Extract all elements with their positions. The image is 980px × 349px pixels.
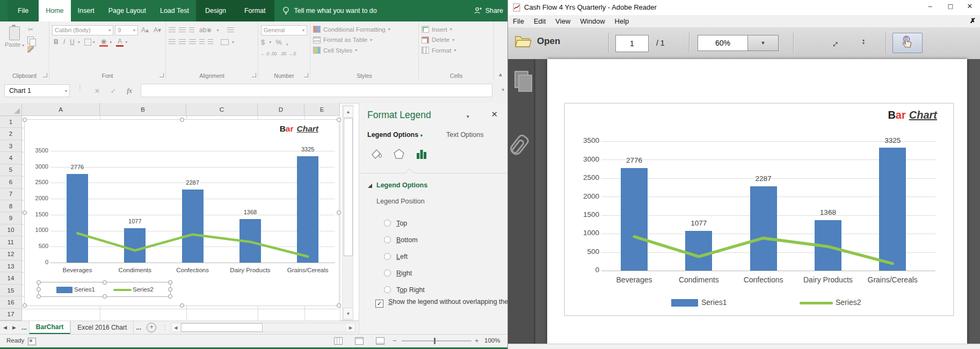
zoom-slider[interactable] xyxy=(402,340,471,341)
tab-legend-options[interactable]: Legend Options ▾ xyxy=(367,131,423,139)
wrap-text-icon[interactable] xyxy=(227,27,234,33)
radio-circle-icon[interactable] xyxy=(384,270,391,277)
column-header[interactable]: C xyxy=(186,103,258,116)
vertical-scroll-thumb[interactable] xyxy=(344,118,353,256)
formula-input[interactable] xyxy=(141,84,492,97)
row-header[interactable]: 1 xyxy=(0,116,22,128)
cut-icon[interactable]: ✂ xyxy=(26,26,35,34)
radio-circle-icon[interactable] xyxy=(384,253,391,260)
scroll-right-icon[interactable]: ▶ xyxy=(346,323,355,332)
row-header[interactable]: 17 xyxy=(0,309,22,321)
ribbon-tab[interactable]: Load Test xyxy=(153,0,196,21)
format-cells-button[interactable]: Format▾ xyxy=(422,45,491,56)
attachments-paperclip-icon[interactable] xyxy=(508,133,531,157)
clipboard-dialog-launcher[interactable] xyxy=(43,73,47,77)
menu-item[interactable]: Edit xyxy=(529,17,550,25)
merge-center-icon[interactable] xyxy=(221,39,229,45)
hand-tool-button[interactable] xyxy=(892,33,923,53)
sheet-horizontal-scrollbar[interactable]: ◀ ▶ xyxy=(171,323,355,332)
percent-style-icon[interactable]: % xyxy=(275,38,282,46)
radio-circle-icon[interactable] xyxy=(384,236,391,243)
section-expand-icon[interactable] xyxy=(368,184,372,188)
selection-handle[interactable] xyxy=(103,280,107,285)
ribbon-tab[interactable]: Page Layout xyxy=(101,0,153,21)
menu-item[interactable]: File xyxy=(508,17,529,25)
collapse-ribbon-icon[interactable]: ▲ xyxy=(498,71,503,77)
legend-position-radio[interactable]: Bottom xyxy=(384,231,425,248)
alignment-dialog-launcher[interactable] xyxy=(252,73,256,77)
align-right-icon[interactable] xyxy=(189,39,196,45)
format-as-table-button[interactable]: Format as Table▾ xyxy=(313,35,416,46)
ribbon-tab[interactable]: Home xyxy=(39,0,70,21)
number-format-select[interactable]: General▾ xyxy=(261,25,307,35)
zoom-slider-thumb[interactable] xyxy=(434,338,435,344)
sheet-tab[interactable]: Excel 2016 Chart xyxy=(70,321,134,334)
page-number-input[interactable]: 1 xyxy=(615,35,649,52)
borders-icon[interactable] xyxy=(84,39,91,46)
toolbar-more-icon[interactable]: ▾▾ xyxy=(859,39,868,45)
macro-record-icon[interactable] xyxy=(28,338,36,345)
ribbon-tab[interactable]: Design xyxy=(196,0,235,21)
minimize-icon[interactable]: – xyxy=(922,2,938,10)
decrease-indent-icon[interactable] xyxy=(199,39,205,45)
font-size-select[interactable]: 9▾ xyxy=(115,25,138,35)
number-dialog-launcher[interactable] xyxy=(304,73,308,77)
zoom-percent-label[interactable]: 100% xyxy=(484,337,500,344)
scroll-left-icon[interactable]: ◀ xyxy=(171,323,180,332)
sheet-tab[interactable]: BarChart xyxy=(29,321,70,334)
menu-item[interactable]: Window xyxy=(575,17,609,25)
reader-bottom-scrollbar[interactable] xyxy=(508,344,980,349)
pdf-page[interactable]: BarChart Series1 Series2 350030002500200… xyxy=(547,59,967,344)
row-header[interactable]: 4 xyxy=(0,152,22,164)
cell-styles-button[interactable]: Cell Styles▾ xyxy=(313,45,416,56)
legend-options-icon[interactable] xyxy=(414,146,429,162)
underline-button[interactable]: U xyxy=(68,38,76,46)
effects-icon[interactable] xyxy=(391,146,406,162)
delete-cells-button[interactable]: Delete▾ xyxy=(422,35,491,46)
chart-legend-selected[interactable]: Series1 Series2 xyxy=(38,282,171,297)
selection-handle[interactable] xyxy=(37,287,41,292)
radio-circle-icon[interactable] xyxy=(384,286,391,293)
selection-handle[interactable] xyxy=(37,280,41,285)
open-button[interactable]: Open xyxy=(514,34,560,48)
share-button[interactable]: Share xyxy=(474,0,503,21)
new-sheet-icon[interactable]: + xyxy=(147,323,156,332)
ribbon-tab[interactable]: Insert xyxy=(71,0,101,21)
conditional-formatting-button[interactable]: Conditional Formatting▾ xyxy=(313,24,416,35)
orientation-icon[interactable]: ab⋇ xyxy=(198,26,213,34)
ribbon-tab[interactable]: Format xyxy=(235,0,275,21)
page-thumbnails-icon[interactable] xyxy=(514,71,528,88)
page-break-view-icon[interactable] xyxy=(376,337,384,345)
fill-line-icon[interactable] xyxy=(369,146,384,162)
legend-position-radio[interactable]: Top Right xyxy=(384,281,425,298)
menu-item[interactable]: Help xyxy=(610,17,634,25)
select-all-corner[interactable] xyxy=(0,103,22,116)
chart-title[interactable]: BarChart xyxy=(280,124,318,134)
horizontal-scroll-thumb[interactable] xyxy=(181,323,263,332)
selection-handle[interactable] xyxy=(23,118,27,122)
align-middle-icon[interactable] xyxy=(179,27,186,33)
row-header[interactable]: 15 xyxy=(0,285,22,296)
panel-dropdown-icon[interactable]: ▾ xyxy=(467,114,469,119)
selection-handle[interactable] xyxy=(103,294,107,299)
insert-cells-button[interactable]: Insert▾ xyxy=(422,24,491,35)
increase-decimal-icon[interactable]: ←.0 .00 xyxy=(261,52,277,56)
column-header[interactable]: B xyxy=(100,103,186,116)
normal-view-icon[interactable] xyxy=(334,337,343,345)
align-bottom-icon[interactable] xyxy=(189,27,194,33)
legend-options-section-header[interactable]: Legend Options xyxy=(376,181,427,189)
legend-position-radio[interactable]: Top xyxy=(384,215,425,231)
increase-indent-icon[interactable] xyxy=(208,39,213,45)
close-icon[interactable]: ✕ xyxy=(962,2,978,10)
copy-icon[interactable] xyxy=(27,37,34,44)
paste-button[interactable]: Paste ▾ xyxy=(3,24,26,48)
next-sheet-icon[interactable]: ▶ xyxy=(12,325,16,330)
sheet-overflow-left[interactable]: ... xyxy=(19,321,29,334)
name-box[interactable]: Chart 1▾ xyxy=(4,84,70,97)
decrease-decimal-icon[interactable]: .00 →.0 xyxy=(280,52,296,56)
prev-sheet-icon[interactable]: ◀ xyxy=(3,325,7,330)
row-header[interactable]: 16 xyxy=(0,296,22,308)
align-left-icon[interactable] xyxy=(169,39,176,45)
page-layout-view-icon[interactable] xyxy=(355,337,364,345)
zoom-dropdown-icon[interactable]: ▼ xyxy=(748,35,779,51)
